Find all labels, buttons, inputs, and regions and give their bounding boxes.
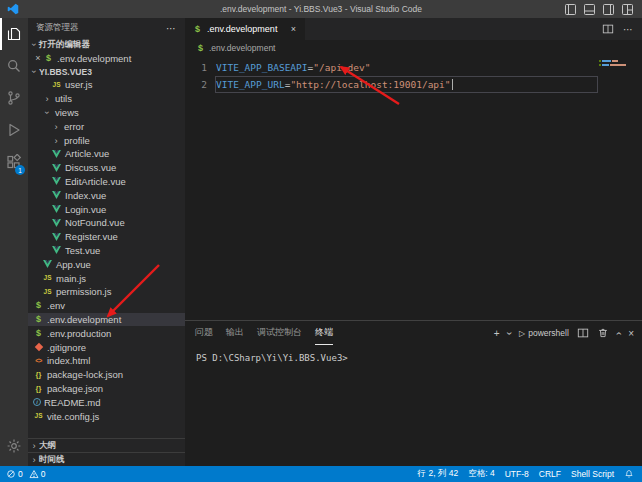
status-eol[interactable]: CRLF (539, 468, 561, 480)
activity-explorer[interactable] (0, 18, 28, 50)
settings-gear[interactable] (0, 430, 28, 462)
chevron-right-icon: › (42, 93, 52, 104)
tree-item-discuss.vue[interactable]: Discuss.vue (28, 161, 185, 175)
more-actions-icon[interactable]: ⋯ (166, 23, 177, 34)
outline-label: 大纲 (39, 440, 56, 452)
status-encoding[interactable]: UTF-8 (505, 468, 529, 480)
tree-item-login.vue[interactable]: Login.vue (28, 202, 185, 216)
outline-section-header[interactable]: › 大纲 (28, 438, 185, 452)
status-left: 0 0 (6, 469, 45, 479)
panel-tab-output[interactable]: 输出 (226, 321, 244, 345)
file-name: Discuss.vue (65, 162, 116, 173)
file-name: .env (47, 300, 65, 311)
status-indentation[interactable]: 空格: 4 (468, 468, 494, 480)
tree-item-index.html[interactable]: <>index.html (28, 354, 185, 368)
code-editor[interactable]: 1VITE_APP_BASEAPI="/api-dev"2VITE_APP_UR… (185, 56, 642, 320)
open-editor-item[interactable]: × $ .env.development (28, 51, 185, 65)
tree-item-vite.config.js[interactable]: JSvite.config.js (28, 409, 185, 423)
tree-item-.env[interactable]: $.env (28, 299, 185, 313)
close-panel-icon[interactable]: × (628, 328, 634, 339)
toggle-panel-icon[interactable] (584, 4, 595, 15)
activity-source-control[interactable] (0, 82, 28, 114)
tree-item-package-lock.json[interactable]: {}package-lock.json (28, 368, 185, 382)
problems-status[interactable]: 0 0 (6, 469, 45, 479)
file-name: index.html (47, 355, 90, 366)
activity-run-debug[interactable] (0, 114, 28, 146)
tree-item-register.vue[interactable]: Register.vue (28, 230, 185, 244)
breadcrumb[interactable]: $ .env.development (185, 40, 642, 56)
warning-count: 0 (41, 469, 46, 479)
activity-bar: 1 (0, 18, 28, 466)
timeline-section-header[interactable]: › 时间线 (28, 452, 185, 466)
activity-extensions[interactable]: 1 (0, 146, 28, 178)
tree-item-main.js[interactable]: JSmain.js (28, 271, 185, 285)
toggle-sidebar-icon[interactable] (565, 4, 576, 15)
window-title: .env.development - Yi.BBS.Vue3 - Visual … (0, 4, 642, 14)
toggle-secondary-sidebar-icon[interactable] (603, 4, 614, 15)
project-section-header[interactable]: › YI.BBS.VUE3 (28, 65, 185, 78)
notifications-bell-icon[interactable] (624, 469, 634, 479)
panel-tab-terminal[interactable]: 终端 (315, 321, 333, 345)
tree-item-package.json[interactable]: {}package.json (28, 382, 185, 396)
terminal-dropdown-icon[interactable]: › (504, 331, 515, 334)
vue-icon (51, 245, 62, 256)
maximize-panel-icon[interactable]: › (613, 331, 624, 334)
tree-item-permission.js[interactable]: JSpermission.js (28, 285, 185, 299)
terminal[interactable]: PS D:\CSharp\Yi\Yi.BBS.Vue3> (185, 345, 642, 466)
split-editor-icon[interactable] (602, 23, 614, 35)
chevron-right-icon: › (51, 135, 61, 146)
status-bar: 0 0 行 2, 列 42空格: 4UTF-8CRLFShell Script (0, 466, 642, 482)
bottom-panel: 问题输出调试控制台终端 + › ▷ powershell › × (185, 320, 642, 466)
layout-controls (565, 4, 633, 15)
file-name: main.js (56, 273, 86, 284)
file-name: package.json (47, 383, 103, 394)
sidebar-title-row: 资源管理器 ⋯ (28, 18, 185, 38)
status-cursor-position[interactable]: 行 2, 列 42 (418, 468, 459, 480)
editor-tab-env-development[interactable]: $ .env.development × (185, 18, 305, 40)
tree-item-user.js[interactable]: JSuser.js (28, 78, 185, 92)
status-language-mode[interactable]: Shell Script (571, 468, 614, 480)
vue-icon (51, 204, 62, 215)
tree-item-.env.development[interactable]: $.env.development (28, 313, 185, 327)
panel-tab-debug-console[interactable]: 调试控制台 (257, 321, 302, 345)
tree-item-views[interactable]: ›views (28, 106, 185, 120)
env-value: "/api-dev" (313, 62, 370, 73)
tree-item-index.vue[interactable]: Index.vue (28, 188, 185, 202)
vue-icon (51, 217, 62, 228)
tree-item-profile[interactable]: ›profile (28, 133, 185, 147)
file-name: EditArticle.vue (65, 176, 126, 187)
tree-item-editarticle.vue[interactable]: EditArticle.vue (28, 175, 185, 189)
tab-close-icon[interactable]: × (288, 24, 298, 34)
close-icon[interactable]: × (33, 53, 43, 63)
gear-icon (6, 438, 22, 454)
vscode-logo-icon (7, 3, 19, 15)
tree-item-utils[interactable]: ›utils (28, 92, 185, 106)
tree-item-readme.md[interactable]: iREADME.md (28, 395, 185, 409)
chevron-down-icon: › (29, 67, 40, 77)
panel-tab-problems[interactable]: 问题 (195, 321, 213, 345)
tree-item-error[interactable]: ›error (28, 119, 185, 133)
terminal-instance-powershell[interactable]: ▷ powershell (519, 328, 569, 338)
activity-search[interactable] (0, 50, 28, 82)
tree-item-notfound.vue[interactable]: NotFound.vue (28, 216, 185, 230)
kill-terminal-icon[interactable] (597, 327, 609, 339)
split-terminal-icon[interactable] (577, 327, 589, 339)
customize-layout-icon[interactable] (622, 4, 633, 15)
vue-icon (51, 190, 62, 201)
env-icon: $ (43, 53, 54, 64)
terminal-instance-label: powershell (528, 328, 569, 338)
explorer-sidebar: 资源管理器 ⋯ › 打开的编辑器 × $ .env.development › … (28, 18, 185, 466)
minimap[interactable] (599, 60, 637, 68)
tree-item-article.vue[interactable]: Article.vue (28, 147, 185, 161)
code-line-2[interactable]: 2VITE_APP_URL="http://localhost:19001/ap… (185, 76, 642, 93)
more-actions-icon[interactable]: ⋯ (623, 24, 633, 35)
text-cursor (452, 79, 453, 90)
tree-item-app.vue[interactable]: App.vue (28, 257, 185, 271)
file-name: views (55, 107, 79, 118)
open-editors-section-header[interactable]: › 打开的编辑器 (28, 38, 185, 51)
tree-item-.gitignore[interactable]: .gitignore (28, 340, 185, 354)
code-line-1[interactable]: 1VITE_APP_BASEAPI="/api-dev" (185, 59, 642, 76)
tree-item-.env.production[interactable]: $.env.production (28, 326, 185, 340)
new-terminal-icon[interactable]: + (494, 328, 500, 339)
tree-item-test.vue[interactable]: Test.vue (28, 244, 185, 258)
